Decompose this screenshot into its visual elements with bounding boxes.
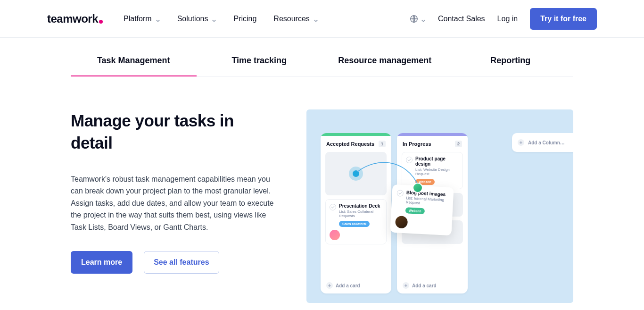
language-switcher[interactable] [410,15,426,23]
board-card-presentation: Presentation Deck List: Sales Collateral… [325,199,387,244]
nav-platform[interactable]: Platform [124,15,160,23]
tab-task-management[interactable]: Task Management [71,47,197,76]
nav-pricing-label: Pricing [233,15,256,23]
column-count-badge: 2 [455,141,462,147]
feature-body: Teamwork's robust task management capabi… [71,173,278,234]
chevron-down-icon [314,17,318,21]
plus-icon: + [518,139,524,146]
feature-tabs-wrap: Task Management Time tracking Resource m… [0,47,644,76]
feature-buttons: Learn more See all features [71,251,278,274]
secondary-nav: Contact Sales Log in Try it for free [410,8,597,30]
nav-platform-label: Platform [124,15,152,23]
feature-tabs: Task Management Time tracking Resource m… [71,47,573,76]
add-card-label: Add a card [336,283,360,288]
column-title: Accepted Requests [326,141,374,147]
chevron-down-icon [156,17,160,21]
board-illustration: Accepted Requests 1 Presentation Deck Li… [306,109,573,303]
nav-solutions-label: Solutions [177,15,208,23]
nav-resources-label: Resources [273,15,309,23]
try-free-button[interactable]: Try it for free [530,8,597,30]
logo-dot-icon [99,20,103,24]
chevron-down-icon [421,17,426,21]
nav-resources[interactable]: Resources [273,15,318,23]
site-header: teamwork Platform Solutions Pricing Reso… [0,0,644,38]
login-link[interactable]: Log in [497,15,518,23]
add-card-footer: + Add a card [397,277,468,293]
column-title: In Progress [403,141,431,147]
feature-section: Manage your tasks in detail Teamwork's r… [0,76,644,310]
card-subtitle: List: Sales Collateral Requests [339,209,382,218]
tab-time-tracking[interactable]: Time tracking [197,47,322,76]
see-all-features-button[interactable]: See all features [144,251,219,274]
tab-resource-management[interactable]: Resource management [322,47,448,76]
avatar [413,183,423,193]
column-count-badge: 1 [379,141,386,147]
feature-heading: Manage your tasks in detail [71,109,278,154]
feature-text: Manage your tasks in detail Teamwork's r… [71,109,278,303]
card-title: Presentation Deck [330,203,382,209]
tab-reporting[interactable]: Reporting [448,47,574,76]
globe-icon [410,15,418,23]
plus-icon: + [326,282,333,289]
check-circle-icon [330,204,336,210]
chevron-down-icon [212,17,216,21]
add-column-label: Add a Column… [528,140,565,145]
plus-icon: + [403,282,409,289]
avatar [395,216,408,228]
add-card-footer: + Add a card [321,277,391,293]
avatar [330,230,340,240]
primary-nav: Platform Solutions Pricing Resources [124,15,318,23]
add-card-label: Add a card [412,283,437,288]
card-tag: Sales collateral [339,221,370,227]
contact-sales-link[interactable]: Contact Sales [438,15,485,23]
logo[interactable]: teamwork [47,12,103,25]
add-column-box: + Add a Column… [512,133,573,152]
nav-solutions[interactable]: Solutions [177,15,217,23]
logo-text: teamwork [47,12,98,25]
nav-pricing[interactable]: Pricing [233,15,256,23]
learn-more-button[interactable]: Learn more [71,251,132,274]
card-tag: Website [405,207,425,214]
